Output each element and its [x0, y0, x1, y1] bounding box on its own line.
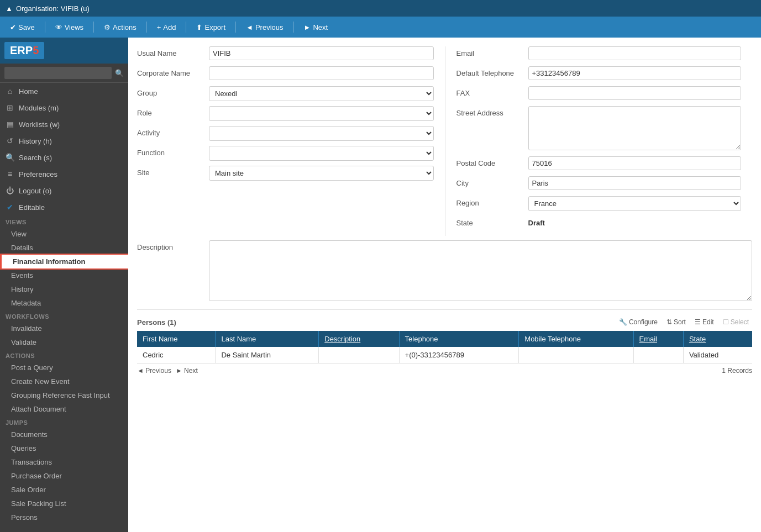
function-control [209, 146, 434, 161]
street-address-label: Street Address [456, 106, 528, 117]
sidebar-item-metadata[interactable]: Metadata [0, 296, 128, 310]
toolbar-separator [45, 22, 45, 33]
sidebar-nav-item-modules[interactable]: ⊞ Modules (m) [0, 99, 128, 116]
sidebar-item-events[interactable]: Events [0, 268, 128, 282]
toolbar-separator-6 [293, 22, 294, 33]
table-row[interactable]: Cedric De Saint Martin +(0)-33123456789 … [137, 347, 752, 364]
group-select[interactable]: Nexedi [209, 86, 434, 101]
section-views-label: VIEWS [0, 215, 128, 227]
sidebar-nav-item-editable[interactable]: ✔ Editable [0, 199, 128, 215]
state-value: Draft [528, 216, 742, 227]
sidebar-item-details[interactable]: Details [0, 241, 128, 255]
group-label: Group [137, 86, 209, 97]
eye-icon: 👁 [55, 23, 62, 31]
col-telephone: Telephone [399, 331, 519, 347]
records-count: 1 Records [722, 367, 752, 375]
sidebar-item-history-view[interactable]: History [0, 282, 128, 296]
sidebar-nav-item-preferences[interactable]: ≡ Preferences [0, 166, 128, 182]
description-label: Description [137, 240, 209, 251]
sidebar-item-purchase-order[interactable]: Purchase Order [0, 469, 128, 483]
col-mobile-telephone: Mobile Telephone [519, 331, 633, 347]
col-email-link[interactable]: Email [639, 335, 658, 343]
default-telephone-control [528, 66, 742, 80]
sidebar-nav-item-logout[interactable]: ⏻ Logout (o) [0, 182, 128, 199]
cell-description [319, 347, 399, 364]
actions-button[interactable]: ⚙ Actions [98, 21, 142, 34]
description-control [209, 240, 752, 303]
home-icon: ⌂ [6, 87, 14, 96]
role-label: Role [137, 106, 209, 117]
region-row: Region France [456, 196, 742, 212]
role-row: Role [137, 106, 434, 122]
sidebar-nav-item-history[interactable]: ↺ History (h) [0, 133, 128, 149]
export-icon: ⬆ [196, 23, 202, 31]
description-textarea[interactable] [209, 240, 752, 301]
sidebar-item-grouping-ref[interactable]: Grouping Reference Fast Input [0, 388, 128, 402]
sidebar-item-validate[interactable]: Validate [0, 335, 128, 349]
sidebar-nav-item-search[interactable]: 🔍 Search (s) [0, 149, 128, 166]
sidebar-item-financial-information[interactable]: Financial Information [0, 255, 128, 268]
activity-label: Activity [137, 126, 209, 137]
sidebar-item-documents[interactable]: Documents [0, 428, 128, 441]
col-first-name: First Name [137, 331, 216, 347]
sidebar-search-area: 🔍 [0, 64, 128, 83]
check-icon: ✔ [10, 23, 16, 31]
email-control [528, 46, 742, 60]
save-button[interactable]: ✔ Save [4, 21, 40, 34]
persons-previous-button[interactable]: ◄ Previous [137, 367, 171, 375]
sidebar-item-attach-doc[interactable]: Attach Document [0, 402, 128, 416]
sidebar-item-view[interactable]: View [0, 227, 128, 241]
street-address-textarea[interactable] [528, 106, 742, 150]
sidebar-item-create-event[interactable]: Create New Event [0, 375, 128, 388]
sort-button[interactable]: ⇅ Sort [663, 317, 689, 328]
default-telephone-input[interactable] [528, 66, 742, 80]
state-control: Draft [528, 216, 742, 227]
edit-icon: ☰ [695, 318, 701, 326]
edit-button[interactable]: ☰ Edit [691, 317, 717, 328]
sidebar-nav-item-home[interactable]: ⌂ Home [0, 83, 128, 99]
search-icon[interactable]: 🔍 [115, 69, 124, 77]
views-button[interactable]: 👁 Views [50, 21, 89, 34]
sidebar-item-invalidate[interactable]: Invalidate [0, 322, 128, 335]
usual-name-input[interactable] [209, 46, 434, 60]
export-button[interactable]: ⬆ Export [191, 21, 231, 34]
sidebar-item-transactions[interactable]: Transactions [0, 455, 128, 469]
postal-code-control [528, 156, 742, 170]
activity-select[interactable] [209, 126, 434, 141]
previous-button[interactable]: ◄ Previous [240, 21, 288, 34]
site-control: Main site [209, 166, 434, 181]
email-input[interactable] [528, 46, 742, 60]
postal-code-input[interactable] [528, 156, 742, 170]
city-label: City [456, 176, 528, 187]
persons-title: Persons (1) [137, 318, 176, 326]
sidebar-nav-item-worklists[interactable]: ▤ Worklists (w) [0, 116, 128, 133]
col-state-link[interactable]: State [689, 335, 706, 343]
fax-input[interactable] [528, 86, 742, 100]
role-select[interactable] [209, 106, 434, 121]
col-description: Description [319, 331, 399, 347]
next-button[interactable]: ► Next [298, 21, 334, 34]
add-button[interactable]: + Add [151, 21, 182, 34]
corporate-name-input[interactable] [209, 66, 434, 80]
search-input[interactable] [4, 67, 112, 79]
function-select[interactable] [209, 146, 434, 161]
region-select[interactable]: France [528, 196, 742, 211]
city-input[interactable] [528, 176, 742, 190]
sidebar-item-persons[interactable]: Persons [0, 510, 128, 524]
col-description-link[interactable]: Description [324, 335, 360, 343]
persons-next-button[interactable]: ► Next [176, 367, 198, 375]
sidebar-item-sale-packing[interactable]: Sale Packing List [0, 497, 128, 510]
postal-code-label: Postal Code [456, 156, 528, 167]
sidebar-item-queries[interactable]: Queries [0, 441, 128, 455]
sidebar-item-post-query[interactable]: Post a Query [0, 361, 128, 375]
default-telephone-label: Default Telephone [456, 66, 528, 77]
site-select[interactable]: Main site [209, 166, 434, 181]
section-actions-label: ACTIONS [0, 349, 128, 361]
configure-button[interactable]: 🔧 Configure [616, 317, 661, 328]
persons-table-body: Cedric De Saint Martin +(0)-33123456789 … [137, 347, 752, 364]
select-button[interactable]: ☐ Select [720, 317, 752, 328]
sidebar-item-sale-order[interactable]: Sale Order [0, 483, 128, 497]
fax-control [528, 86, 742, 100]
description-row: Description [137, 240, 752, 303]
cell-first-name: Cedric [137, 347, 216, 364]
